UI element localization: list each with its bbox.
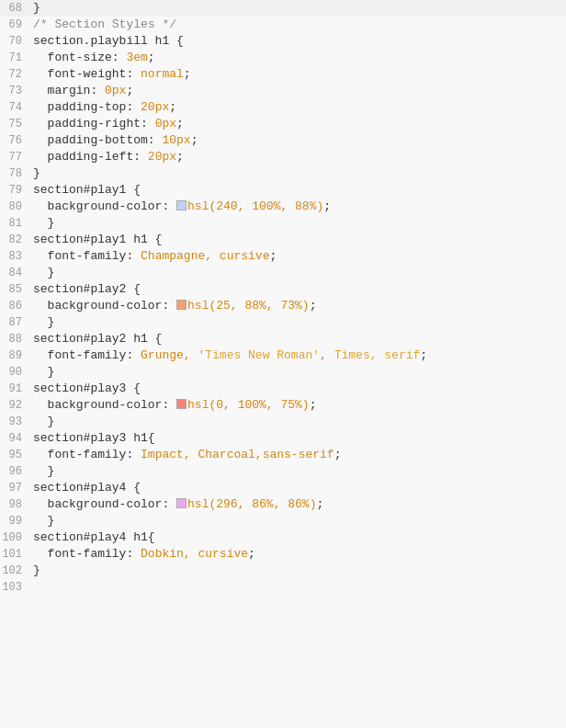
token: } <box>33 464 54 478</box>
token: font-family: <box>33 249 141 263</box>
token: ; <box>334 448 342 461</box>
code-line: 100section#play4 h1{ <box>0 529 566 546</box>
token: Grunge, <box>141 348 198 362</box>
color-swatch <box>176 498 187 508</box>
line-content: font-weight: normal; <box>29 66 566 83</box>
line-content: margin: 0px; <box>29 83 566 99</box>
line-number: 75 <box>0 116 29 132</box>
token: section#play3 { <box>33 381 141 395</box>
code-line: 84 } <box>0 265 566 281</box>
code-line: 72 font-weight: normal; <box>0 66 566 83</box>
token: 20px <box>141 100 169 114</box>
code-line: 78} <box>0 165 566 182</box>
line-number: 84 <box>0 265 29 281</box>
code-line: 96 } <box>0 463 566 480</box>
token: Impact, Charcoal,sans-serif <box>141 448 334 461</box>
token: } <box>33 266 54 279</box>
token: } <box>33 315 54 329</box>
token: } <box>33 563 40 577</box>
code-line: 81 } <box>0 215 566 232</box>
line-content: section#play1 { <box>29 182 566 199</box>
code-line: 93 } <box>0 414 566 430</box>
color-swatch <box>176 300 187 310</box>
line-content: section#play2 { <box>29 281 566 298</box>
token: /* Section Styles */ <box>33 17 176 31</box>
line-number: 94 <box>0 430 29 447</box>
code-line: 75 padding-right: 0px; <box>0 116 566 132</box>
line-number: 83 <box>0 248 29 265</box>
line-number: 80 <box>0 199 29 215</box>
token: section#play2 h1 { <box>33 332 162 346</box>
code-line: 86 background-color: hsl(25, 88%, 73%); <box>0 298 566 314</box>
token: 0px <box>155 117 176 131</box>
line-content: background-color: hsl(240, 100%, 88%); <box>29 199 566 215</box>
code-line: 77 padding-left: 20px; <box>0 149 566 165</box>
token: ; <box>323 199 331 213</box>
token: 10px <box>162 133 190 147</box>
code-line: 69/* Section Styles */ <box>0 17 566 33</box>
line-content: padding-bottom: 10px; <box>29 132 566 149</box>
token: ; <box>420 348 427 362</box>
code-line: 85section#play2 { <box>0 281 566 298</box>
line-content: } <box>29 463 566 480</box>
line-number: 100 <box>0 529 29 546</box>
line-content: /* Section Styles */ <box>29 17 566 33</box>
token: section#play4 { <box>33 481 141 495</box>
token: } <box>33 415 54 428</box>
line-content: } <box>29 364 566 381</box>
token: font-family: <box>33 547 141 561</box>
code-line: 102} <box>0 563 566 579</box>
line-number: 71 <box>0 50 29 66</box>
code-line: 88section#play2 h1 { <box>0 331 566 347</box>
token: ; <box>310 398 317 412</box>
code-line: 74 padding-top: 20px; <box>0 99 566 116</box>
code-line: 92 background-color: hsl(0, 100%, 75%); <box>0 397 566 414</box>
line-content: font-size: 3em; <box>29 50 566 66</box>
line-number: 76 <box>0 132 29 149</box>
token: ; <box>248 547 255 561</box>
code-line: 87 } <box>0 314 566 331</box>
token: font-weight: <box>33 67 141 81</box>
token: Champagne, cursive <box>141 249 269 263</box>
token: 0px <box>105 84 126 97</box>
line-number: 103 <box>0 579 29 596</box>
token: } <box>33 1 40 15</box>
line-number: 91 <box>0 381 29 397</box>
token: padding-left: <box>33 150 148 164</box>
line-number: 93 <box>0 414 29 430</box>
line-content: section#play1 h1 { <box>29 232 566 248</box>
line-content: section#play4 { <box>29 480 566 496</box>
code-line: 70section.playbill h1 { <box>0 33 566 50</box>
line-number: 82 <box>0 232 29 248</box>
line-content: section#play3 { <box>29 381 566 397</box>
line-number: 86 <box>0 298 29 314</box>
line-number: 85 <box>0 281 29 298</box>
code-line: 90 } <box>0 364 566 381</box>
line-number: 81 <box>0 215 29 232</box>
token: section#play1 { <box>33 183 141 197</box>
line-content: } <box>29 165 566 182</box>
line-number: 92 <box>0 397 29 414</box>
token: Times, serif <box>334 348 421 362</box>
token: ; <box>191 133 198 147</box>
line-number: 90 <box>0 364 29 381</box>
token: hsl(0, 100%, 75%) <box>187 398 310 412</box>
token: margin: <box>33 84 105 97</box>
line-content: padding-right: 0px; <box>29 116 566 132</box>
code-line: 94section#play3 h1{ <box>0 430 566 447</box>
line-content: section#play3 h1{ <box>29 430 566 447</box>
line-content: } <box>29 563 566 579</box>
line-number: 88 <box>0 331 29 347</box>
token: background-color: <box>33 299 176 313</box>
line-content: section.playbill h1 { <box>29 33 566 50</box>
code-line: 68} <box>0 0 566 17</box>
color-swatch <box>176 200 187 210</box>
line-content: } <box>29 513 566 529</box>
token: 3em <box>126 51 147 64</box>
code-line: 82section#play1 h1 { <box>0 232 566 248</box>
token: } <box>33 514 54 528</box>
line-content: background-color: hsl(0, 100%, 75%); <box>29 397 566 414</box>
line-content: background-color: hsl(25, 88%, 73%); <box>29 298 566 314</box>
line-content: section#play4 h1{ <box>29 529 566 546</box>
token: background-color: <box>33 398 176 412</box>
